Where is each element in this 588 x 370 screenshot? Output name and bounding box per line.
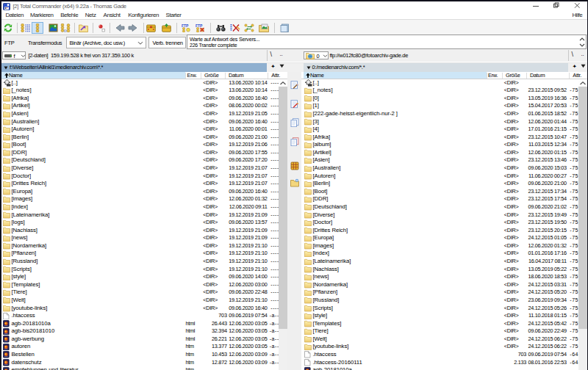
svg-text:FTP: FTP xyxy=(196,23,203,28)
svg-text:FTP: FTP xyxy=(182,23,189,28)
